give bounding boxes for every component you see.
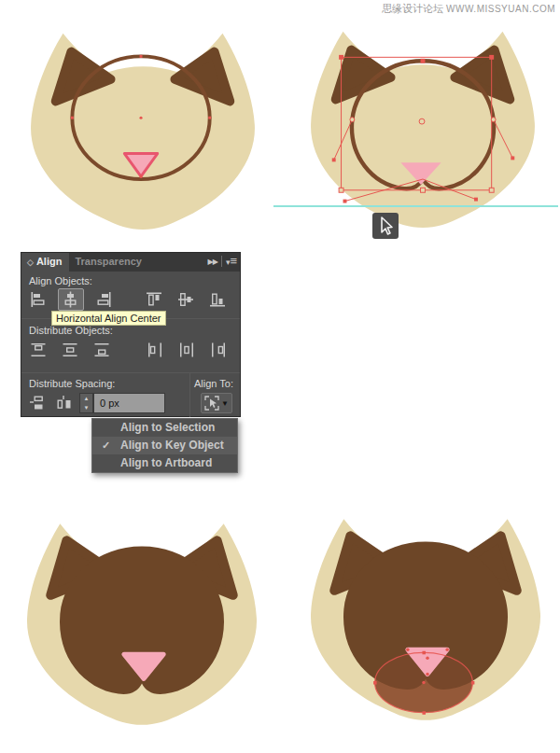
horizontal-distribute-left-button[interactable]: [142, 339, 168, 361]
vertical-distribute-top-button[interactable]: [26, 339, 52, 361]
cat-step3-muzzle-filled[interactable]: [15, 509, 269, 734]
spacing-stepper[interactable]: ▲ ▼: [79, 393, 93, 413]
tabbar-divider: [221, 256, 222, 267]
site-watermark: 思缘设计论坛 WWW.MISSYUAN.COM: [382, 2, 555, 16]
horizontal-distribute-center-button[interactable]: [174, 339, 200, 361]
cat-step1-circle-guide[interactable]: [17, 24, 269, 233]
site-url: WWW.MISSYUAN.COM: [446, 4, 555, 14]
panel-menu-icon[interactable]: ▾≡: [226, 257, 237, 267]
site-name: 思缘设计论坛: [382, 3, 443, 14]
dropdown-arrow-icon: ▼: [221, 399, 229, 408]
menu-item-align-to-key-object[interactable]: ✓ Align to Key Object: [92, 437, 237, 454]
section-separator: [21, 372, 240, 373]
cat-step2-muzzle-selected[interactable]: [297, 22, 549, 231]
vertical-distribute-space-button[interactable]: [26, 393, 50, 413]
horizontal-align-right-button[interactable]: [90, 288, 116, 311]
tooltip-horizontal-align-center: Horizontal Align Center: [51, 311, 166, 326]
stepper-down-icon[interactable]: ▼: [80, 403, 92, 412]
align-to-menu: Align to Selection ✓ Align to Key Object…: [91, 418, 238, 473]
collapse-panel-icon[interactable]: ▶▶: [208, 258, 217, 266]
align-to-label: Align To:: [194, 378, 233, 389]
horizontal-align-left-button[interactable]: [26, 288, 52, 311]
align-objects-label: Align Objects:: [29, 275, 92, 286]
tab-transparency[interactable]: Transparency: [69, 253, 149, 272]
vertical-align-top-button[interactable]: [142, 288, 168, 311]
column-separator: [189, 373, 190, 417]
stepper-up-icon[interactable]: ▲: [80, 394, 92, 403]
vertical-distribute-center-button[interactable]: [58, 339, 84, 361]
align-panel: ◇Align Transparency ▶▶ ▾≡ Align Objects:…: [21, 252, 241, 417]
smart-guide-line: [273, 205, 558, 207]
vertical-distribute-bottom-button[interactable]: [90, 339, 116, 361]
tab-align[interactable]: ◇Align: [21, 253, 69, 272]
vertical-align-bottom-button[interactable]: [205, 288, 231, 311]
distribute-spacing-label: Distribute Spacing:: [29, 378, 115, 389]
cat-step4-chin-ellipse[interactable]: [299, 504, 553, 730]
horizontal-align-center-button[interactable]: [58, 288, 84, 311]
distribute-objects-label: Distribute Objects:: [29, 325, 113, 336]
panel-tab-bar: ◇Align Transparency ▶▶ ▾≡: [21, 253, 240, 272]
horizontal-distribute-space-button[interactable]: [52, 393, 77, 413]
checkmark-icon: ✓: [102, 437, 110, 454]
align-to-artboard-icon: [204, 396, 219, 411]
align-to-dropdown-button[interactable]: ▼: [201, 393, 232, 413]
panel-diamond-icon: ◇: [27, 258, 34, 267]
vertical-align-center-button[interactable]: [174, 288, 200, 311]
menu-item-align-to-selection[interactable]: Align to Selection: [92, 419, 237, 437]
selection-cursor-icon: [372, 213, 399, 239]
menu-item-align-to-artboard[interactable]: Align to Artboard: [92, 454, 237, 472]
spacing-value-field[interactable]: 0 px: [93, 393, 165, 413]
horizontal-distribute-right-button[interactable]: [205, 339, 231, 361]
